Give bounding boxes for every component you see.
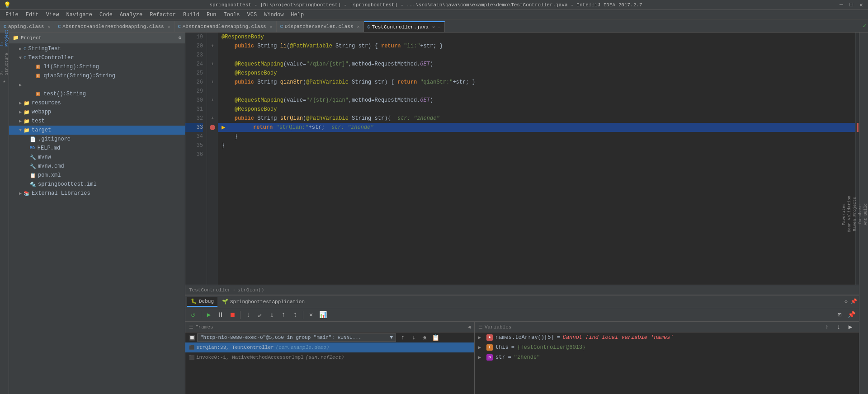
frame-down-btn[interactable]: ↓ (409, 333, 419, 342)
code-line-23 (222, 51, 852, 60)
tab-close-test-controller[interactable]: ✕ (432, 24, 435, 30)
tab-close-abstract-handler-mapping[interactable]: ✕ (270, 24, 273, 29)
right-strip: Ant Build Database Maven Projects Bean V… (859, 33, 868, 394)
right-strip-favorites[interactable]: Favorites (842, 200, 846, 229)
tab-close-dispatcher-servlet[interactable]: ✕ (357, 24, 359, 29)
var-item-this[interactable]: ▶ T this = {TestController@6013} (475, 342, 859, 352)
maximize-btn[interactable]: □ (848, 2, 854, 8)
code-lines[interactable]: @ResponseBody public String li(@PathVari… (218, 33, 855, 285)
debug-tabs: 🐛 Debug 🌱 SpringboottestApplication ⚙ 📌 (185, 296, 859, 308)
var-up-btn[interactable]: ↑ (822, 322, 832, 332)
force-step-into-btn[interactable]: ⇓ (267, 310, 277, 320)
tree-item-iml[interactable]: 🔩 springboottest.iml (9, 180, 185, 189)
tree-item-li-method[interactable]: m li(String):String (9, 62, 185, 71)
tree-item-mvnw-cmd[interactable]: 🔧 mvnw.cmd (9, 162, 185, 171)
project-icon[interactable]: 1: Project (1, 34, 8, 42)
right-strip-ant-build[interactable]: Ant Build (863, 200, 868, 229)
debug-tab-debug[interactable]: 🐛 Debug (187, 297, 217, 307)
var-collapse-btn[interactable]: ▶ (845, 322, 855, 332)
menu-item-file[interactable]: File (2, 11, 22, 19)
tree-item-resources[interactable]: ▶ 📁 resources (9, 98, 185, 108)
menu-item-edit[interactable]: Edit (22, 11, 42, 19)
right-strip-bean-validation[interactable]: Bean Validation (847, 192, 852, 236)
frame-up-btn[interactable]: ↑ (398, 333, 408, 342)
tree-item-mvnw[interactable]: 🔧 mvnw (9, 153, 185, 162)
tree-item-help-md[interactable]: MD HELP.md (9, 144, 185, 153)
restore-layout-btn[interactable]: ⊡ (835, 310, 844, 320)
frames-panel: ☰ Frames ◀ 🔲 "http-nio-8080-exec-6"@5,65… (185, 322, 475, 394)
close-btn[interactable]: ✕ (858, 2, 864, 8)
tree-item-external-libs[interactable]: ▶ 📚 External Libraries (9, 189, 185, 198)
debug-pin-icon[interactable]: 📌 (850, 298, 857, 305)
menu-item-code[interactable]: Code (96, 11, 116, 19)
project-settings-icon[interactable]: ⚙ (178, 35, 181, 41)
tree-item-test-controller[interactable]: ▼ C TestController (9, 53, 185, 62)
tab-close-apping[interactable]: ✕ (47, 24, 50, 29)
titlebar: 💡 springboottest - [D:\project\springboo… (0, 0, 868, 10)
tree-item-qianstr-method[interactable]: m qianStr(String):String (9, 71, 185, 80)
project-header: 📁 Project ⚙ (9, 33, 185, 43)
step-over-btn[interactable]: ↓ (243, 310, 253, 320)
tree-item-pom-xml[interactable]: 📋 pom.xml (9, 171, 185, 180)
arrow-icon: ▶ (17, 109, 24, 115)
frame-filter-btn[interactable]: ⚗ (420, 333, 429, 342)
debug-tab-app[interactable]: 🌱 SpringboottestApplication (218, 297, 308, 307)
gutter-item-33-breakpoint[interactable] (207, 123, 218, 132)
tree-item-test-method[interactable]: m test():String (9, 89, 185, 98)
tab-dispatcher-servlet[interactable]: C DispatcherServlet.class ✕ (277, 21, 364, 32)
frame-item-strqian[interactable]: ⬛ strQian:33, TestController (com.exampl… (185, 342, 474, 352)
show-execution-btn[interactable]: 📊 (318, 310, 328, 320)
frame-item-invoke[interactable]: ⬛ invoke0:-1, NativeMethodAccessorImpl (… (185, 352, 474, 362)
evaluate-btn[interactable]: ✕ (306, 310, 316, 320)
menu-item-refactor[interactable]: Refactor (146, 11, 179, 19)
frames-collapse-icon[interactable]: ◀ (467, 324, 471, 330)
tree-item-target[interactable]: ▼ 📁 target (9, 126, 185, 135)
project-tree: ▶ C StringTest ▼ C TestController m li(S… (9, 43, 185, 394)
stop-btn[interactable]: ⏹ (227, 310, 237, 320)
tab-abstract-handler-method[interactable]: C AbstractHandlerMethodMapping.class ✕ (54, 21, 174, 32)
tab-close-abstract-handler-method[interactable]: ✕ (168, 24, 170, 29)
pause-btn[interactable]: ⏸ (216, 310, 226, 320)
right-strip-database[interactable]: Database (858, 201, 863, 227)
menu-item-tools[interactable]: Tools (220, 11, 244, 19)
tree-item-string-test[interactable]: ▶ C StringTest (9, 44, 185, 53)
pin-btn[interactable]: 📌 (846, 310, 856, 320)
menu-item-analyze[interactable]: Analyze (116, 11, 146, 19)
tree-item-expand[interactable]: ▶ (9, 80, 185, 89)
resume-btn[interactable]: ▶ (204, 310, 214, 320)
error-indicator (857, 123, 859, 132)
minimize-btn[interactable]: ─ (838, 2, 844, 8)
tab-test-controller[interactable]: C TestController.java ✕ ≡ (364, 21, 445, 32)
var-down-btn[interactable]: ↓ (834, 322, 844, 332)
menu-item-run[interactable]: Run (203, 11, 220, 19)
right-strip-maven[interactable]: Maven Projects (853, 193, 857, 235)
menu-item-window[interactable]: Window (260, 11, 287, 19)
tree-item-webapp[interactable]: ▶ 📁 webapp (9, 108, 185, 117)
structure-icon[interactable]: 2: Structure (1, 61, 8, 68)
rerun-btn[interactable]: ↺ (188, 310, 198, 320)
tree-item-test-folder[interactable]: ▶ 📁 test (9, 117, 185, 126)
tree-item-gitignore[interactable]: 📄 .gitignore (9, 135, 185, 144)
tab-abstract-handler-mapping[interactable]: C AbstractHandlerMapping.class ✕ (175, 21, 277, 32)
var-arrow-names: ▶ (478, 335, 484, 340)
menu-item-help[interactable]: Help (287, 11, 307, 19)
step-into-btn[interactable]: ↙ (255, 310, 265, 320)
debug-icon: 🐛 (191, 298, 197, 304)
menu-item-view[interactable]: View (42, 11, 63, 19)
var-item-names[interactable]: ▶ ● names.toArray()[5] = Cannot find loc… (475, 333, 859, 342)
favorites-icon[interactable]: ★ (1, 78, 8, 85)
debug-settings-icon[interactable]: ⚙ (844, 298, 848, 305)
run-to-cursor-btn[interactable]: ↕ (290, 310, 300, 320)
var-item-str[interactable]: ▶ p str = "zhende" (475, 352, 859, 362)
var-value-str: "zhende" (514, 354, 540, 361)
breakpoint-33[interactable] (210, 125, 215, 130)
menu-item-navigate[interactable]: Navigate (62, 11, 96, 19)
code-content[interactable]: 19 20 23 24 25 26 29 30 31 32 33 34 35 3… (185, 33, 859, 285)
arrow-icon: ▶ (17, 46, 24, 52)
step-out-btn[interactable]: ↑ (278, 310, 288, 320)
menu-item-build[interactable]: Build (179, 11, 203, 19)
var-value-names: Cannot find local variable 'names' (563, 334, 674, 341)
thread-selector[interactable]: "http-nio-8080-exec-6"@5,650 in group "m… (197, 333, 396, 342)
menu-item-vcs[interactable]: VCS (244, 11, 261, 19)
frame-copy-btn[interactable]: 📋 (430, 333, 440, 342)
